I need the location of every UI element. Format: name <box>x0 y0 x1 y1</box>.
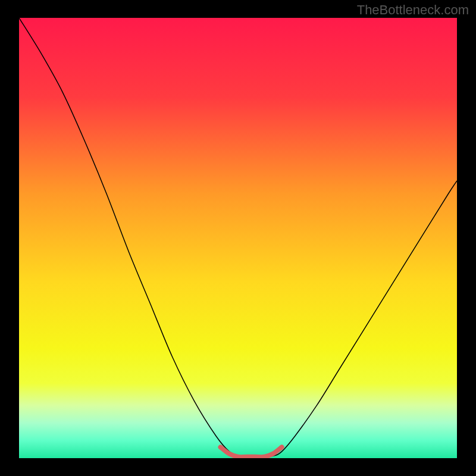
bottleneck-curve <box>19 18 457 457</box>
plot-area <box>19 18 457 458</box>
chart-curves <box>19 18 457 458</box>
watermark-text: TheBottleneck.com <box>357 2 469 18</box>
optimal-zone-marker <box>221 447 282 458</box>
